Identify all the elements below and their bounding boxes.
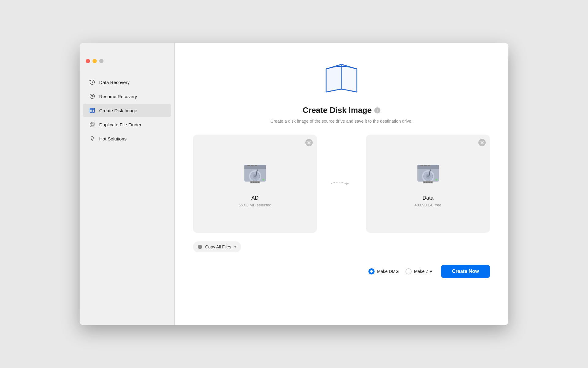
sidebar-item-create-disk-image[interactable]: Create Disk Image <box>83 104 171 117</box>
svg-rect-7 <box>91 122 94 126</box>
dest-close-button[interactable] <box>478 139 486 146</box>
hero-icon <box>320 58 363 99</box>
lightbulb-icon <box>89 135 96 142</box>
sidebar-label-resume-recovery: Resume Recovery <box>99 94 137 99</box>
svg-rect-28 <box>255 182 257 183</box>
sync-icon <box>89 79 96 86</box>
sidebar-item-duplicate-file-finder[interactable]: Duplicate File Finder <box>83 118 171 131</box>
duplicate-icon <box>89 121 96 128</box>
copy-mode-label: Copy All Files <box>205 244 231 249</box>
radio-zip-indicator <box>405 268 412 274</box>
sidebar-label-duplicate-file-finder: Duplicate File Finder <box>99 122 141 127</box>
svg-rect-37 <box>424 165 427 166</box>
radio-dmg-indicator <box>368 268 375 274</box>
minimize-traffic-light[interactable] <box>92 59 97 63</box>
bottom-bar: Make DMG Make ZIP Create Now <box>193 265 490 278</box>
arrow-connector <box>329 179 354 188</box>
resume-icon <box>89 93 96 100</box>
sidebar: Data Recovery Resume Recovery <box>80 43 175 325</box>
svg-rect-29 <box>258 182 259 183</box>
svg-rect-3 <box>92 108 95 112</box>
radio-dmg-label: Make DMG <box>377 269 399 274</box>
dest-drive-name: Data <box>423 195 434 201</box>
source-drive-name: AD <box>251 195 259 201</box>
svg-rect-27 <box>253 182 254 183</box>
svg-rect-15 <box>244 168 266 169</box>
chevron-down-icon: ▾ <box>234 245 236 249</box>
app-window: Data Recovery Resume Recovery <box>80 43 508 325</box>
svg-rect-48 <box>428 182 430 183</box>
source-drive-info: 56.03 MB selected <box>239 203 272 207</box>
radio-group: Make DMG Make ZIP <box>368 268 432 274</box>
options-row: Copy All Files ▾ <box>193 241 490 252</box>
radio-make-zip[interactable]: Make ZIP <box>405 268 432 274</box>
source-drive-icon <box>241 163 269 189</box>
sidebar-item-resume-recovery[interactable]: Resume Recovery <box>83 90 171 103</box>
svg-rect-47 <box>426 182 428 183</box>
create-now-button[interactable]: Create Now <box>441 265 490 278</box>
drives-row: AD 56.03 MB selected <box>193 135 490 233</box>
dest-drive-card[interactable]: Data 403.90 GB free <box>366 135 490 233</box>
svg-rect-6 <box>90 123 93 127</box>
dest-drive-icon <box>414 163 442 189</box>
close-traffic-light[interactable] <box>86 59 90 63</box>
sidebar-label-data-recovery: Data Recovery <box>99 80 130 85</box>
svg-rect-35 <box>417 168 439 169</box>
sidebar-nav: Data Recovery Resume Recovery <box>80 72 174 148</box>
svg-rect-36 <box>420 165 423 166</box>
svg-rect-26 <box>251 182 252 183</box>
page-title: Create Disk Image i <box>303 105 380 115</box>
radio-make-dmg[interactable]: Make DMG <box>368 268 399 274</box>
svg-marker-30 <box>346 182 349 185</box>
svg-rect-16 <box>247 165 250 166</box>
page-subtitle: Create a disk image of the source drive … <box>270 119 413 124</box>
svg-point-24 <box>262 179 264 181</box>
dest-drive-info: 403.90 GB free <box>414 203 441 207</box>
svg-rect-17 <box>251 165 254 166</box>
svg-point-8 <box>91 136 93 139</box>
sidebar-item-data-recovery[interactable]: Data Recovery <box>83 75 171 89</box>
svg-point-44 <box>435 179 437 181</box>
disk-image-icon <box>89 107 96 114</box>
dropdown-dot <box>198 245 202 249</box>
source-drive-card[interactable]: AD 56.03 MB selected <box>193 135 317 233</box>
sidebar-label-hot-solutions: Hot Solutions <box>99 136 126 141</box>
copy-mode-dropdown[interactable]: Copy All Files ▾ <box>193 241 241 252</box>
svg-rect-46 <box>424 182 425 183</box>
info-icon[interactable]: i <box>374 107 380 113</box>
svg-rect-38 <box>428 165 430 166</box>
svg-rect-18 <box>255 165 257 166</box>
source-close-button[interactable] <box>305 139 313 146</box>
main-content: Create Disk Image i Create a disk image … <box>175 43 508 325</box>
radio-zip-label: Make ZIP <box>414 269 432 274</box>
sidebar-label-create-disk-image: Create Disk Image <box>99 108 137 113</box>
svg-rect-49 <box>431 182 432 183</box>
fullscreen-traffic-light[interactable] <box>99 59 104 63</box>
sidebar-item-hot-solutions[interactable]: Hot Solutions <box>83 132 171 145</box>
svg-rect-2 <box>90 108 92 112</box>
